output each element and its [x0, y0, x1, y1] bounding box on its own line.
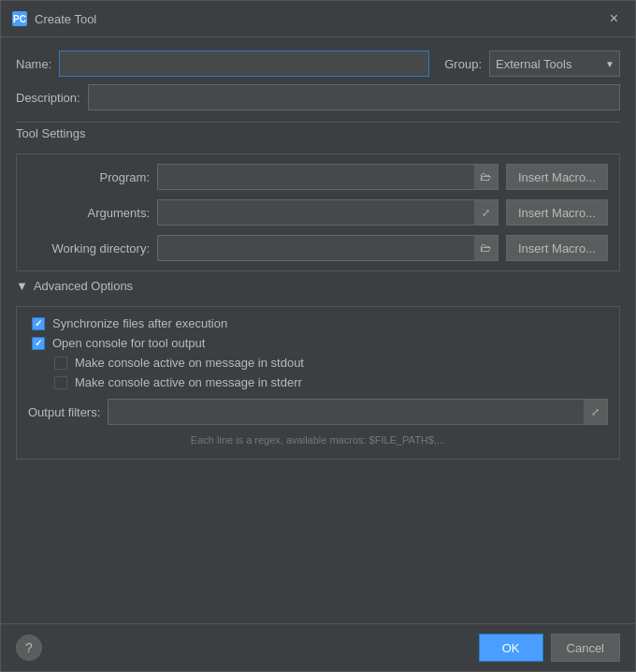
group-select-wrapper: External Tools ▼: [489, 51, 620, 77]
working-dir-input-wrapper: 🗁: [157, 235, 499, 261]
active-stderr-row: Make console active on message in stderr: [28, 375, 608, 389]
tool-settings-header: Tool Settings: [16, 122, 620, 146]
name-input[interactable]: [59, 51, 429, 77]
hint-text: Each line is a regex, available macros: …: [28, 431, 608, 449]
active-stderr-label: Make console active on message in stderr: [75, 375, 302, 389]
arguments-row: Arguments: ⤢ Insert Macro...: [28, 199, 608, 226]
sync-files-checkbox[interactable]: [32, 317, 45, 330]
output-filters-input-wrapper: ⤢: [108, 399, 608, 425]
footer-actions: OK Cancel: [479, 634, 620, 662]
program-label: Program:: [28, 170, 150, 184]
open-console-checkbox[interactable]: [32, 337, 45, 350]
active-stdout-row: Make console active on message in stdout: [28, 356, 608, 370]
program-row: Program: 🗁 Insert Macro...: [28, 164, 608, 190]
working-dir-input[interactable]: [157, 235, 499, 261]
help-button[interactable]: ?: [16, 635, 42, 661]
create-tool-dialog: PC Create Tool × Name: Group: External T…: [0, 0, 636, 672]
sync-files-row: Synchronize files after execution: [28, 316, 608, 330]
arguments-label: Arguments:: [28, 206, 150, 220]
expand-icon-2: ⤢: [591, 406, 600, 418]
working-dir-label: Working directory:: [28, 241, 150, 256]
active-stdout-checkbox[interactable]: [54, 357, 67, 370]
app-icon: PC: [12, 11, 27, 26]
active-stdout-label: Make console active on message in stdout: [75, 356, 304, 370]
tool-settings-title: Tool Settings: [16, 126, 85, 140]
tool-settings-panel: Program: 🗁 Insert Macro... Arguments: ⤢: [16, 153, 620, 271]
dialog-title: Create Tool: [35, 12, 96, 26]
group-label: Group:: [444, 57, 482, 71]
group-select[interactable]: External Tools: [489, 51, 620, 77]
open-console-row: Open console for tool output: [28, 336, 608, 350]
working-dir-insert-macro-button[interactable]: Insert Macro...: [506, 235, 608, 261]
title-bar-left: PC Create Tool: [12, 11, 96, 26]
working-dir-row: Working directory: 🗁 Insert Macro...: [28, 235, 608, 261]
advanced-options-title: Advanced Options: [34, 279, 133, 293]
arguments-input-wrapper: ⤢: [157, 199, 499, 226]
ok-button[interactable]: OK: [479, 634, 543, 662]
advanced-options-panel: Synchronize files after execution Open c…: [16, 306, 620, 460]
folder-icon-2: 🗁: [480, 241, 491, 255]
description-row: Description:: [16, 84, 620, 110]
program-folder-button[interactable]: 🗁: [474, 164, 499, 190]
arguments-expand-button[interactable]: ⤢: [474, 199, 499, 226]
advanced-arrow-icon: ▼: [16, 279, 28, 293]
description-input[interactable]: [88, 84, 620, 110]
program-input[interactable]: [157, 164, 499, 190]
sync-files-label: Synchronize files after execution: [52, 316, 227, 330]
output-filters-expand-button[interactable]: ⤢: [584, 399, 608, 425]
description-label: Description:: [16, 91, 80, 105]
name-group-row: Name: Group: External Tools ▼: [16, 51, 620, 77]
cancel-button[interactable]: Cancel: [551, 634, 620, 662]
program-insert-macro-button[interactable]: Insert Macro...: [506, 164, 608, 190]
name-label: Name:: [16, 57, 51, 71]
working-dir-folder-button[interactable]: 🗁: [474, 235, 499, 261]
advanced-options-header[interactable]: ▼ Advanced Options: [16, 279, 620, 293]
dialog-body: Name: Group: External Tools ▼ Descriptio…: [1, 37, 635, 623]
title-bar: PC Create Tool ×: [1, 1, 635, 37]
active-stderr-checkbox[interactable]: [54, 376, 67, 389]
output-filters-input[interactable]: [108, 399, 608, 425]
close-button[interactable]: ×: [604, 8, 624, 29]
program-input-wrapper: 🗁: [157, 164, 499, 190]
output-filters-label: Output filters:: [28, 405, 100, 419]
arguments-insert-macro-button[interactable]: Insert Macro...: [506, 199, 608, 226]
arguments-input[interactable]: [157, 199, 499, 226]
open-console-label: Open console for tool output: [52, 336, 205, 350]
dialog-footer: ? OK Cancel: [1, 623, 635, 671]
output-filters-row: Output filters: ⤢: [28, 399, 608, 425]
folder-icon: 🗁: [480, 170, 491, 183]
expand-icon: ⤢: [482, 207, 490, 219]
